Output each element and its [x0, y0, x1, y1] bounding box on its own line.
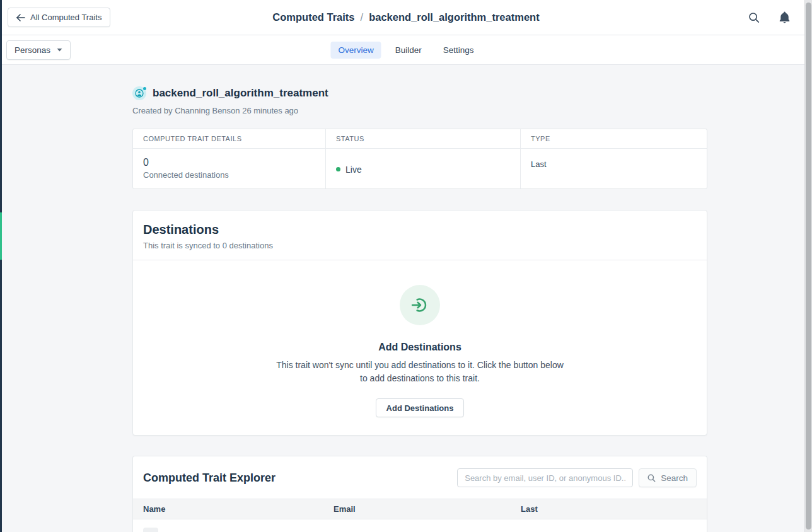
tab-builder[interactable]: Builder: [388, 42, 429, 59]
back-button[interactable]: All Computed Traits: [8, 8, 110, 27]
chevron-down-icon: [57, 49, 62, 52]
header-icons: [747, 10, 791, 25]
column-header-last: Last: [511, 499, 707, 519]
tab-bar: Overview Builder Settings: [330, 42, 481, 59]
add-destinations-button[interactable]: Add Destinations: [376, 398, 465, 417]
computed-trait-icon: [132, 86, 146, 100]
column-header-name: Name: [133, 499, 323, 519]
avatar: AC: [143, 528, 158, 532]
tab-overview[interactable]: Overview: [330, 42, 381, 59]
tab-settings[interactable]: Settings: [436, 42, 482, 59]
page-title: backend_roll_algorithm_treatment: [153, 87, 328, 100]
destinations-title: Destinations: [143, 223, 697, 237]
scrollbar[interactable]: [804, 0, 812, 532]
explorer-search-button[interactable]: Search: [639, 468, 697, 487]
sidebar-edge: [0, 0, 2, 532]
connected-destinations-count: 0: [143, 157, 315, 168]
trait-created-by: Created by Channing Benson 26 minutes ag…: [132, 106, 707, 115]
computed-trait-explorer-card: Computed Trait Explorer Search Name Emai…: [132, 456, 707, 532]
explorer-title: Computed Trait Explorer: [143, 471, 276, 485]
notifications-bell-icon[interactable]: [778, 10, 791, 25]
search-icon[interactable]: [747, 11, 761, 25]
breadcrumb-parent[interactable]: Computed Traits: [272, 11, 354, 23]
status-value: Live: [345, 165, 362, 175]
connected-destinations-label: Connected destinations: [143, 170, 315, 180]
details-col-header: COMPUTED TRAIT DETAILS: [133, 129, 326, 148]
explorer-search-input[interactable]: [457, 468, 633, 487]
status-col-header: STATUS: [326, 129, 521, 148]
breadcrumb-separator: /: [361, 11, 364, 23]
explorer-table-header: Name Email Last: [133, 499, 707, 519]
sidebar-active-indicator: [0, 212, 2, 260]
status-live-dot: [336, 167, 340, 171]
type-value: Last: [531, 157, 697, 169]
trait-details-table: COMPUTED TRAIT DETAILS STATUS TYPE 0 Con…: [132, 129, 707, 189]
table-row[interactable]: AC Arthur Chapman arthur.chapman@gmail.c…: [133, 519, 707, 532]
destinations-subtitle: This trait is synced to 0 destinations: [143, 241, 697, 250]
type-col-header: TYPE: [521, 129, 707, 148]
breadcrumb-current: backend_roll_algorithm_treatment: [369, 11, 540, 23]
explorer-search-button-label: Search: [661, 473, 688, 483]
arrow-left-icon: [16, 14, 25, 21]
workspace-dropdown-label: Personas: [14, 45, 50, 55]
app-header: All Computed Traits Computed Traits / ba…: [0, 0, 812, 35]
workspace-dropdown[interactable]: Personas: [6, 40, 71, 60]
column-header-email: Email: [323, 499, 511, 519]
toolbar: Personas Overview Builder Settings: [0, 35, 812, 65]
empty-state-title: Add Destinations: [133, 342, 707, 353]
destinations-empty-state: Add Destinations This trait won't sync u…: [133, 260, 707, 435]
back-button-label: All Computed Traits: [30, 13, 102, 22]
trait-icon-badge-dot: [143, 87, 146, 90]
empty-state-body: This trait won't sync until you add dest…: [275, 359, 565, 385]
scrollbar-thumb[interactable]: [806, 3, 811, 529]
search-icon: [647, 474, 656, 482]
main-content: backend_roll_algorithm_treatment Created…: [0, 65, 707, 532]
add-destination-login-icon: [400, 285, 440, 325]
destinations-card: Destinations This trait is synced to 0 d…: [132, 210, 707, 436]
breadcrumb: Computed Traits / backend_roll_algorithm…: [272, 11, 539, 23]
trait-header: backend_roll_algorithm_treatment Created…: [132, 65, 707, 115]
